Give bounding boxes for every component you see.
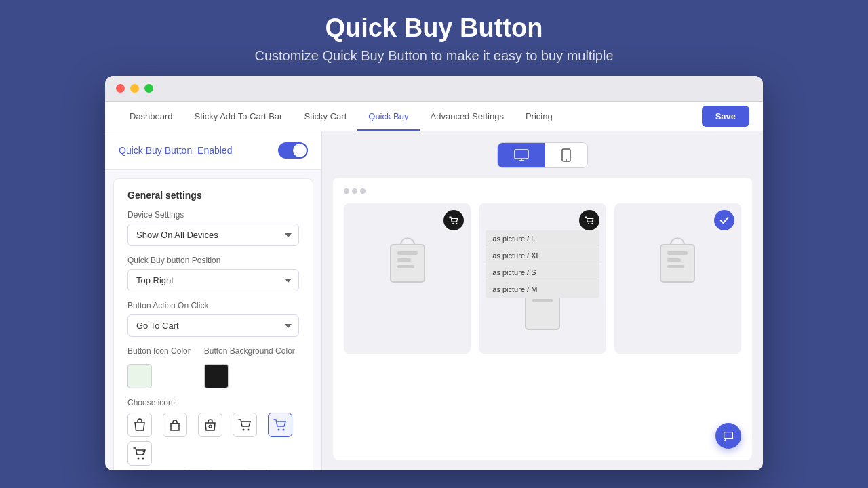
device-tabs <box>333 142 752 168</box>
bg-color-group: Button Background Color <box>204 346 295 388</box>
svg-point-1 <box>243 429 245 431</box>
page-header: Quick Buy Button Customize Quick Buy But… <box>254 14 613 64</box>
chat-widget[interactable] <box>715 423 741 449</box>
svg-rect-21 <box>397 251 418 255</box>
title-bar <box>105 76 763 102</box>
minimize-button[interactable] <box>130 84 139 93</box>
check-badge <box>714 210 734 230</box>
device-settings-select[interactable]: Show On All Devices Desktop Only Mobile … <box>127 224 299 246</box>
svg-point-2 <box>248 429 250 431</box>
svg-rect-30 <box>667 258 681 262</box>
choose-icon-label: Choose icon: <box>127 398 299 407</box>
nav-item-quick-buy[interactable]: Quick Buy <box>357 102 419 131</box>
icon-btn-bag[interactable] <box>127 413 152 437</box>
preview-dot-1 <box>344 188 349 194</box>
icon-btn-cart-3[interactable] <box>186 470 210 470</box>
color-row: Button Icon Color Button Background Colo… <box>127 346 299 388</box>
nav-item-advanced[interactable]: Advanced Settings <box>420 102 515 131</box>
svg-rect-23 <box>397 265 414 268</box>
svg-point-19 <box>456 222 458 224</box>
svg-point-5 <box>138 458 140 460</box>
product-card-3 <box>614 203 741 354</box>
enabled-bar: Quick Buy Button Enabled <box>105 131 321 170</box>
icon-btn-cart-selected[interactable] <box>268 413 292 437</box>
action-select[interactable]: Go To Cart Open Cart Drawer Add To Cart <box>127 314 299 337</box>
products-grid: as picture / L as picture / XL as pictur… <box>344 203 741 354</box>
nav-item-pricing[interactable]: Pricing <box>515 102 564 131</box>
preview-dot-2 <box>352 188 357 194</box>
icon-grid-2 <box>127 470 299 470</box>
preview-frame: as picture / L as picture / XL as pictur… <box>333 178 752 460</box>
svg-rect-26 <box>526 292 559 329</box>
svg-point-3 <box>278 429 280 431</box>
icon-btn-lock-bag[interactable] <box>198 413 222 437</box>
tab-tablet[interactable] <box>545 143 587 167</box>
svg-point-6 <box>142 458 144 460</box>
svg-point-4 <box>283 429 285 431</box>
device-tab-group <box>497 142 588 168</box>
position-select[interactable]: Top Right Top Left Bottom Right Bottom L… <box>127 269 299 291</box>
icon-color-swatch[interactable] <box>127 364 152 388</box>
product-card-2: as picture / L as picture / XL as pictur… <box>479 203 606 354</box>
svg-point-18 <box>452 222 454 224</box>
tab-desktop[interactable] <box>498 143 545 167</box>
svg-point-24 <box>588 222 589 224</box>
close-button[interactable] <box>116 84 125 93</box>
icon-btn-cart-4[interactable] <box>245 470 269 470</box>
device-settings-group: Device Settings Show On All Devices Desk… <box>127 210 299 246</box>
variant-option-3[interactable]: as picture / S <box>486 264 599 281</box>
preview-area: as picture / L as picture / XL as pictur… <box>322 131 763 470</box>
nav-items: Dashboard Sticky Add To Cart Bar Sticky … <box>119 102 702 131</box>
nav-item-sticky-add[interactable]: Sticky Add To Cart Bar <box>184 102 294 131</box>
svg-rect-20 <box>391 245 425 282</box>
icon-color-label: Button Icon Color <box>127 346 191 356</box>
maximize-button[interactable] <box>144 84 153 93</box>
sidebar: Quick Buy Button Enabled General setting… <box>105 131 322 470</box>
variant-option-2[interactable]: as picture / XL <box>486 247 599 264</box>
action-group: Button Action On Click Go To Cart Open C… <box>127 301 299 337</box>
svg-point-25 <box>591 222 593 224</box>
nav-item-sticky-cart[interactable]: Sticky Cart <box>293 102 357 131</box>
device-settings-label: Device Settings <box>127 210 299 220</box>
main-content: Quick Buy Button Enabled General setting… <box>105 131 763 470</box>
position-label: Quick Buy button Position <box>127 256 299 265</box>
svg-point-17 <box>566 159 567 161</box>
cart-badge-1[interactable] <box>443 210 464 230</box>
enabled-status: Enabled <box>197 145 232 156</box>
nav-bar: Dashboard Sticky Add To Cart Bar Sticky … <box>105 102 763 131</box>
svg-rect-27 <box>532 299 553 302</box>
app-window: Dashboard Sticky Add To Cart Bar Sticky … <box>105 76 763 470</box>
enabled-label: Quick Buy Button Enabled <box>119 145 232 156</box>
position-group: Quick Buy button Position Top Right Top … <box>127 256 299 291</box>
icon-btn-cart-arrow[interactable] <box>127 441 152 466</box>
svg-point-0 <box>209 425 212 428</box>
product-card-1 <box>344 203 471 354</box>
page-title: Quick Buy Button <box>254 14 613 43</box>
bg-color-swatch[interactable] <box>204 364 229 388</box>
variant-option-1[interactable]: as picture / L <box>486 230 599 247</box>
save-button[interactable]: Save <box>702 106 749 127</box>
icon-btn-cart-2[interactable] <box>127 470 152 470</box>
svg-rect-15 <box>515 150 528 159</box>
general-settings-title: General settings <box>127 190 299 201</box>
svg-rect-31 <box>667 265 684 268</box>
svg-rect-28 <box>660 245 694 282</box>
bg-color-label: Button Background Color <box>204 346 295 356</box>
svg-rect-29 <box>667 251 688 255</box>
preview-dot-3 <box>360 188 366 194</box>
action-label: Button Action On Click <box>127 301 299 310</box>
nav-item-dashboard[interactable]: Dashboard <box>119 102 184 131</box>
cart-badge-2[interactable] <box>579 210 599 230</box>
page-subtitle: Customize Quick Buy Button to make it ea… <box>254 48 613 64</box>
icon-btn-handbag[interactable] <box>163 413 187 437</box>
svg-rect-22 <box>397 258 411 262</box>
variant-option-4[interactable]: as picture / M <box>486 281 599 298</box>
variant-dropdown: as picture / L as picture / XL as pictur… <box>486 230 599 298</box>
icon-grid-1 <box>127 413 299 466</box>
icon-btn-cart-simple[interactable] <box>233 413 257 437</box>
enabled-toggle[interactable] <box>278 142 308 159</box>
preview-top-bar <box>344 188 741 194</box>
settings-panel: General settings Device Settings Show On… <box>113 178 313 470</box>
icon-color-group: Button Icon Color <box>127 346 191 388</box>
